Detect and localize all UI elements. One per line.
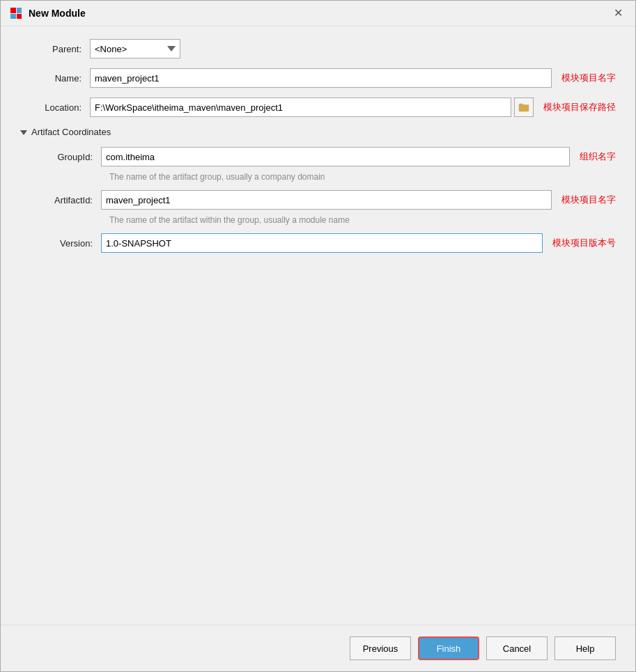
parent-label: Parent: — [20, 44, 90, 54]
dialog-title: New Module — [29, 8, 604, 19]
location-annotation: 模块项目保存路径 — [543, 101, 616, 114]
groupid-row: GroupId: 组织名字 — [31, 147, 616, 166]
name-row: Name: 模块项目名字 — [20, 68, 616, 88]
app-icon — [9, 6, 23, 20]
svg-rect-3 — [17, 14, 22, 19]
name-label: Name: — [20, 73, 90, 84]
version-annotation: 模块项目版本号 — [552, 237, 616, 249]
artifactid-hint: The name of the artifact within the grou… — [109, 215, 616, 225]
artifact-section-title: Artifact Coordinates — [31, 127, 111, 137]
version-label: Version: — [31, 238, 101, 249]
location-input-group — [90, 97, 534, 117]
version-row: Version: 模块项目版本号 — [31, 233, 616, 253]
location-input[interactable] — [90, 97, 511, 117]
artifact-section: GroupId: 组织名字 The name of the artifact g… — [31, 147, 616, 253]
svg-rect-0 — [10, 8, 16, 13]
dialog-body: Parent: <None> Name: 模块项目名字 Location: 模 — [1, 26, 635, 625]
svg-rect-1 — [17, 8, 22, 13]
groupid-label: GroupId: — [31, 152, 101, 162]
name-annotation: 模块项目名字 — [561, 72, 616, 84]
groupid-hint: The name of the artifact group, usually … — [109, 172, 616, 182]
artifactid-label: ArtifactId: — [31, 195, 101, 205]
groupid-annotation: 组织名字 — [580, 150, 616, 163]
name-input[interactable] — [90, 68, 552, 88]
cancel-button[interactable]: Cancel — [486, 636, 548, 660]
svg-rect-2 — [10, 14, 16, 19]
artifactid-annotation: 模块项目名字 — [561, 194, 616, 206]
browse-button[interactable] — [514, 97, 534, 117]
collapse-triangle — [20, 130, 27, 135]
location-label: Location: — [20, 102, 90, 113]
previous-button[interactable]: Previous — [350, 636, 411, 660]
finish-button[interactable]: Finish — [418, 636, 479, 660]
artifactid-row: ArtifactId: 模块项目名字 — [31, 190, 616, 210]
parent-select[interactable]: <None> — [90, 39, 180, 58]
groupid-input[interactable] — [101, 147, 570, 166]
artifact-section-header: Artifact Coordinates — [20, 127, 616, 137]
new-module-dialog: New Module ✕ Parent: <None> Name: 模块项目名字… — [0, 0, 636, 672]
dialog-footer: Previous Finish Cancel Help — [1, 625, 635, 671]
version-input[interactable] — [101, 233, 543, 253]
help-button[interactable]: Help — [554, 636, 616, 660]
location-row: Location: 模块项目保存路径 — [20, 97, 616, 117]
close-button[interactable]: ✕ — [610, 6, 627, 20]
title-bar: New Module ✕ — [1, 1, 635, 26]
parent-row: Parent: <None> — [20, 39, 616, 58]
folder-icon — [518, 102, 529, 112]
artifactid-input[interactable] — [101, 190, 552, 210]
